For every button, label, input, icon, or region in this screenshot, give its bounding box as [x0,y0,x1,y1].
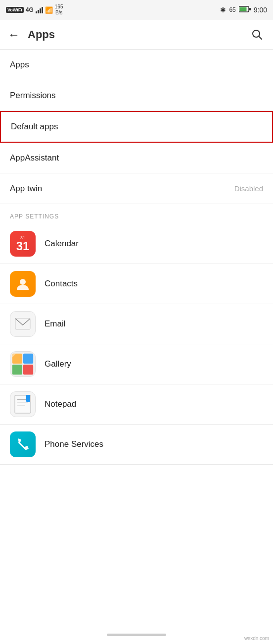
app-item-calendar[interactable]: 31 31 Calendar [0,224,273,264]
wifi-icon: 📶 [45,6,53,14]
signal-bars [36,6,43,13]
battery-icon [239,6,251,14]
speed-indicator: 165B/s [55,4,63,16]
notepad-icon [10,391,36,417]
svg-rect-17 [26,395,30,402]
time-display: 9:00 [254,6,267,14]
svg-rect-11 [23,365,33,375]
svg-point-5 [20,279,26,285]
app-phone-services-label: Phone Services [45,439,103,449]
back-button[interactable]: ← [8,28,20,42]
app-item-gallery[interactable]: Gallery [0,344,273,384]
app-gallery-label: Gallery [45,359,71,369]
menu-item-app-twin-value: Disabled [234,184,263,193]
search-button[interactable] [249,27,265,43]
contacts-icon [10,271,36,297]
menu-item-default-apps-label: Default apps [11,122,262,132]
menu-item-permissions[interactable]: Permissions [0,80,273,111]
menu-item-apps-label: Apps [10,60,263,70]
app-settings-header: APP SETTINGS [0,204,273,224]
status-left: VoWiFi 4G 📶 165B/s [6,4,63,16]
status-bar: VoWiFi 4G 📶 165B/s ✱ 65 9:00 [0,0,273,20]
app-email-label: Email [45,319,66,329]
menu-item-app-twin[interactable]: App twin Disabled [0,173,273,204]
svg-rect-2 [249,8,251,10]
watermark: wsxdn.com [244,636,269,641]
home-indicator[interactable] [107,634,166,636]
svg-line-4 [259,36,262,39]
page-title: Apps [28,28,241,41]
svg-rect-9 [23,354,33,364]
menu-item-default-apps[interactable]: Default apps [0,111,273,143]
bluetooth-icon: ✱ [220,6,226,14]
menu-section: Apps Permissions Default apps AppAssista… [0,50,273,204]
phone-services-icon [10,431,36,457]
calendar-icon: 31 31 [10,231,36,257]
app-item-phone-services[interactable]: Phone Services [0,425,273,465]
app-calendar-label: Calendar [45,239,79,249]
app-item-notepad[interactable]: Notepad [0,384,273,425]
app-notepad-label: Notepad [45,399,76,409]
email-icon [10,311,36,337]
battery-level: 65 [229,6,235,13]
toolbar: ← Apps [0,20,273,50]
menu-item-app-twin-label: App twin [10,184,234,194]
svg-rect-1 [239,7,246,11]
signal-4g: 4G [26,6,34,13]
svg-rect-10 [12,365,22,375]
menu-item-apps[interactable]: Apps [0,50,273,80]
app-contacts-label: Contacts [45,279,78,289]
gallery-icon [10,351,36,377]
status-right: ✱ 65 9:00 [220,6,267,14]
app-item-contacts[interactable]: Contacts [0,264,273,304]
menu-item-app-assistant[interactable]: AppAssistant [0,143,273,173]
menu-item-app-assistant-label: AppAssistant [10,153,263,163]
app-item-email[interactable]: Email [0,304,273,344]
menu-item-permissions-label: Permissions [10,91,263,101]
vowifi-indicator: VoWiFi [6,7,24,13]
